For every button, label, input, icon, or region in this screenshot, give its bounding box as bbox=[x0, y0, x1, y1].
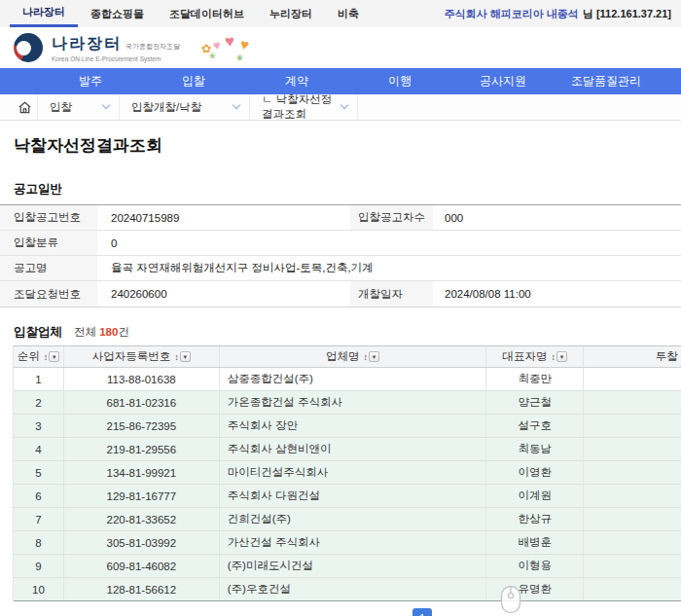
ceo-cell: 이형용 bbox=[486, 555, 584, 577]
pagination-page-1-button[interactable]: 1 bbox=[412, 608, 432, 616]
table-row[interactable]: 6 129-81-16777 주식회사 다원건설 이계원 bbox=[14, 485, 681, 508]
table-row[interactable]: 3 215-86-72395 주식회사 장안 설구호 bbox=[14, 415, 681, 438]
flower-decoration-icon: ✿♥♥♥❀❀ bbox=[201, 31, 260, 64]
field-label: 공고명 bbox=[0, 256, 97, 280]
field-value: 000 bbox=[433, 205, 681, 230]
field-label: 입찰공고차수 bbox=[350, 205, 433, 230]
site-logo[interactable]: 나라장터 국가종합전자조달 Korea ON-Line E-Procuremen… bbox=[52, 34, 180, 62]
total-suffix: 건 bbox=[118, 326, 129, 338]
total-count: 180 bbox=[99, 326, 118, 338]
bid-cell bbox=[584, 508, 681, 530]
nav-gongsa-jiwon[interactable]: 공사지원 bbox=[451, 73, 555, 90]
sort-icon[interactable]: ↕ bbox=[174, 352, 179, 362]
bidders-total-text: 전체 180건 bbox=[74, 325, 129, 340]
top-menu-narajangteo[interactable]: 나라장터 bbox=[10, 0, 78, 27]
bid-cell bbox=[584, 461, 681, 484]
top-menu-nurijangteo[interactable]: 누리장터 bbox=[257, 0, 325, 27]
biz-no-cell: 681-81-02316 bbox=[64, 391, 220, 414]
chevron-down-icon bbox=[102, 101, 110, 109]
logo-band: 나라장터 국가종합전자조달 Korea ON-Line E-Procuremen… bbox=[0, 27, 681, 68]
filter-dropdown-icon[interactable]: ▾ bbox=[49, 351, 59, 362]
company-cell: 주식회사 다원건설 bbox=[220, 485, 487, 507]
bid-cell bbox=[584, 391, 681, 414]
biz-no-cell: 113-88-01638 bbox=[64, 368, 220, 390]
table-row[interactable]: 5 134-81-99921 마이티건설주식회사 이영환 bbox=[14, 461, 681, 485]
ceo-cell: 양근철 bbox=[486, 391, 584, 414]
company-cell: 가온종합건설 주식회사 bbox=[220, 391, 487, 414]
bidders-section-heading-row: 입찰업체 전체 180건 bbox=[14, 324, 681, 341]
ceo-cell: 최중만 bbox=[486, 368, 584, 390]
korea-gov-symbol-icon bbox=[14, 33, 43, 62]
total-prefix: 전체 bbox=[74, 326, 96, 338]
rank-cell: 7 bbox=[14, 508, 64, 530]
notice-section-heading: 공고일반 bbox=[14, 181, 681, 198]
table-row[interactable]: 4 219-81-29556 주식회사 삼현비앤이 최동남 bbox=[14, 438, 681, 461]
filter-dropdown-icon[interactable]: ▾ bbox=[369, 351, 379, 362]
bidders-table-header: 순위 ↕▾ 사업자등록번호 ↕▾ 업체명 ↕▾ 대표자명 ↕▾ 투찰 bbox=[14, 346, 681, 368]
bid-cell bbox=[584, 531, 681, 554]
biz-no-cell: 305-81-03992 bbox=[64, 531, 220, 554]
filter-dropdown-icon[interactable]: ▾ bbox=[556, 351, 567, 362]
biz-no-cell: 134-81-99921 bbox=[64, 461, 220, 484]
main-nav: 발주 입찰 계약 이행 공사지원 조달품질관리 bbox=[0, 68, 681, 94]
table-row[interactable]: 7 220-81-33652 건희건설(주) 한상규 bbox=[14, 508, 681, 531]
nav-ipchal[interactable]: 입찰 bbox=[142, 73, 245, 90]
sort-icon[interactable]: ↕ bbox=[44, 352, 49, 362]
company-cell: 주식회사 삼현비앤이 bbox=[220, 438, 487, 460]
bid-cell bbox=[584, 485, 681, 507]
company-cell: 주식회사 장안 bbox=[220, 415, 487, 437]
biz-no-cell: 215-86-72395 bbox=[64, 415, 220, 437]
bid-cell bbox=[584, 415, 681, 437]
field-label: 입찰분류 bbox=[0, 231, 97, 255]
biz-no-cell: 128-81-56612 bbox=[64, 578, 220, 600]
col-header-biz-no[interactable]: 사업자등록번호 ↕▾ bbox=[64, 346, 220, 367]
filter-dropdown-icon[interactable]: ▾ bbox=[180, 351, 191, 362]
nav-gyeyak[interactable]: 계약 bbox=[245, 73, 348, 90]
table-row[interactable]: 10 128-81-56612 (주)우호건설 유명환 bbox=[14, 578, 681, 601]
home-icon[interactable] bbox=[12, 94, 37, 120]
company-cell: (주)미래도시건설 bbox=[220, 555, 487, 577]
biz-no-cell: 219-81-29556 bbox=[64, 438, 220, 460]
ceo-cell: 배병훈 bbox=[486, 531, 584, 554]
table-row[interactable]: 9 609-81-46082 (주)미래도시건설 이형용 bbox=[14, 555, 681, 578]
bid-cell bbox=[584, 368, 681, 390]
col-header-bid[interactable]: 투찰 bbox=[584, 346, 681, 367]
notice-row-request-no: 조달요청번호 240260600 개찰일자 2024/08/08 11:00 bbox=[0, 281, 681, 307]
rank-cell: 9 bbox=[14, 555, 64, 577]
top-menu-data-hub[interactable]: 조달데이터허브 bbox=[157, 0, 257, 27]
top-menu-bichuk[interactable]: 비축 bbox=[325, 0, 372, 27]
notice-row-notice-name: 공고명 율곡 자연재해위험개선지구 정비사업-토목,건축,기계 bbox=[0, 256, 681, 281]
breadcrumb-level1[interactable]: 입찰 bbox=[37, 94, 119, 120]
top-menu-shopping-mall[interactable]: 종합쇼핑몰 bbox=[78, 0, 157, 27]
col-label: 순위 bbox=[18, 349, 40, 364]
col-label: 사업자등록번호 bbox=[92, 349, 171, 364]
notice-info-table: 입찰공고번호 20240715989 입찰공고차수 000 입찰분류 0 공고명… bbox=[0, 204, 681, 308]
ceo-cell: 한상규 bbox=[486, 508, 584, 530]
table-row[interactable]: 1 113-88-01638 삼중종합건설(주) 최중만 bbox=[14, 368, 681, 391]
nav-balju[interactable]: 발주 bbox=[39, 73, 142, 90]
nav-ihaeng[interactable]: 이행 bbox=[348, 73, 451, 90]
biz-no-cell: 220-81-33652 bbox=[64, 508, 220, 530]
breadcrumb-level2[interactable]: 입찰개찰/낙찰 bbox=[119, 94, 249, 120]
col-header-rank[interactable]: 순위 ↕▾ bbox=[14, 346, 64, 367]
bidders-table: 순위 ↕▾ 사업자등록번호 ↕▾ 업체명 ↕▾ 대표자명 ↕▾ 투찰 1 113… bbox=[13, 345, 681, 601]
table-row[interactable]: 8 305-81-03992 가산건설 주식회사 배병훈 bbox=[14, 531, 681, 555]
sort-icon[interactable]: ↕ bbox=[364, 352, 369, 362]
chevron-down-icon bbox=[340, 101, 348, 109]
ceo-cell: 이계원 bbox=[486, 485, 584, 507]
breadcrumb-level3[interactable]: ㄴ 낙찰자선정결과조회 bbox=[249, 94, 358, 120]
rank-cell: 3 bbox=[14, 415, 64, 437]
table-row[interactable]: 2 681-81-02316 가온종합건설 주식회사 양근철 bbox=[14, 391, 681, 415]
company-cell: 건희건설(주) bbox=[220, 508, 487, 530]
notice-row-bid-class: 입찰분류 0 bbox=[0, 231, 681, 256]
nav-jodal-pumjil[interactable]: 조달품질관리 bbox=[555, 73, 658, 90]
logo-title: 나라장터 bbox=[52, 34, 122, 54]
field-value: 20240715989 bbox=[97, 205, 350, 230]
col-header-company[interactable]: 업체명 ↕▾ bbox=[220, 346, 487, 367]
user-company-name[interactable]: 주식회사 해피코리아 내종석 bbox=[445, 7, 579, 21]
breadcrumb-level3-label: ㄴ 낙찰자선정결과조회 bbox=[262, 92, 334, 122]
col-label: 대표자명 bbox=[503, 349, 548, 364]
col-header-ceo[interactable]: 대표자명 ↕▾ bbox=[486, 346, 584, 367]
sort-icon[interactable]: ↕ bbox=[552, 352, 556, 362]
breadcrumb-level1-label: 입찰 bbox=[50, 100, 72, 115]
